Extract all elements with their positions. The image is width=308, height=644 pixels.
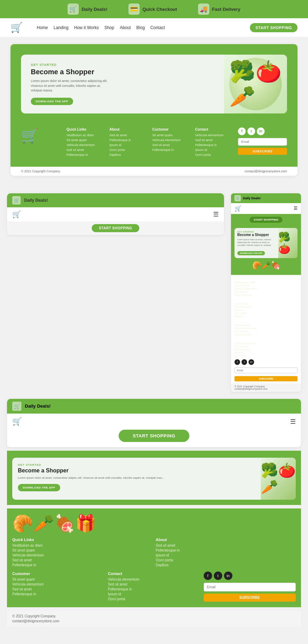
- mobile-download-btn[interactable]: DOWNLOAD THE APP: [18, 484, 60, 491]
- mobile-cta-button[interactable]: START SHOPPING: [119, 430, 189, 442]
- sm-social-row: f t in: [234, 359, 298, 365]
- sm-green-section: GET STARTED Become a Shopper Lorem ipsum…: [231, 224, 301, 275]
- mobile-hero-card: GET STARTED Become a Shopper Lorem ipsum…: [12, 458, 296, 500]
- sm-cu-4: Pellentesque in: [234, 333, 298, 336]
- sm-copyright: © 2021 Copyright Company. contact@divigr…: [231, 383, 301, 392]
- sm-cu-1: Sit amet quam: [234, 324, 298, 326]
- sm-linkedin-icon[interactable]: in: [248, 359, 254, 365]
- nav-cta-button[interactable]: START SHOPPING: [250, 23, 298, 32]
- m-co-5: Oorci porta: [108, 597, 200, 601]
- linkedin-icon[interactable]: in: [257, 127, 265, 135]
- delivery-label: Fast Delivery: [212, 7, 240, 12]
- tablet-cta-button[interactable]: START SHOPPING: [92, 224, 139, 232]
- desktop-contact-email: contact@divigrocerystore.com: [245, 169, 287, 173]
- co-3: Pellentesque in: [195, 143, 235, 147]
- m-cu-3: Sed sit amet: [12, 587, 104, 591]
- sm-hamburger-icon[interactable]: ☰: [294, 206, 298, 211]
- checkout-label: Quick Checkout: [142, 7, 177, 12]
- sm-cta-button[interactable]: START SHOPPING: [250, 217, 283, 223]
- sm-ql-2: Sit amet quam: [234, 284, 298, 287]
- desktop-download-btn[interactable]: DOWNLOAD THE APP: [31, 98, 73, 105]
- cu-3: Sed sit amet: [152, 143, 192, 147]
- m-ab-4: Oorci porta: [156, 558, 296, 562]
- mobile-twitter-icon[interactable]: t: [214, 572, 222, 580]
- top-bar: 🛒 Daily Deals! 💳 Quick Checkout 🚚 Fast D…: [0, 0, 308, 18]
- ab-3: Ipsum id: [110, 143, 149, 147]
- m-cu-1: Sit amet quam: [12, 577, 104, 581]
- nav-links: Home Landing How it Works Shop About Blo…: [37, 25, 243, 30]
- nav-home[interactable]: Home: [37, 25, 48, 30]
- mobile-linkedin-icon[interactable]: in: [224, 572, 232, 580]
- sm-twitter-icon[interactable]: t: [241, 359, 247, 365]
- sm-email-input[interactable]: [234, 367, 298, 373]
- tablet-hamburger-icon[interactable]: ☰: [213, 210, 219, 218]
- mobile-footer-bottom-row: Customer Sit amet quam Vehicula elementu…: [12, 572, 296, 602]
- views-row: 🛒 Daily Deals! 🛒 ☰ START SHOPPING 🛒 Dail…: [7, 193, 301, 392]
- sm-ql-4: Sed sit amet: [234, 291, 298, 293]
- delivery-icon: 🚚: [198, 4, 209, 15]
- tablet-view: 🛒 Daily Deals! 🛒 ☰ START SHOPPING: [7, 193, 224, 235]
- desktop-email-input[interactable]: [238, 138, 287, 146]
- customer-title: Customer: [152, 127, 192, 131]
- desktop-hero-desc: Lorem ipsum dolor sit amet, consectetur …: [31, 79, 108, 93]
- deals-label: Daily Deals!: [82, 7, 107, 12]
- mobile-logo-icon: 🛒: [12, 417, 22, 426]
- top-bar-deals: 🛒 Daily Deals!: [68, 4, 107, 15]
- sm-customer-title: Customer: [234, 320, 298, 323]
- tablet-nav: 🛒 ☰: [7, 207, 224, 221]
- mobile-footer-grid: Quick Links Vestibulum ac diam Sit amet …: [12, 538, 296, 568]
- mobile-hamburger-icon[interactable]: ☰: [290, 418, 296, 425]
- desktop-subscribe-btn[interactable]: SUBSCRIBE: [238, 148, 287, 155]
- desktop-hero-title: Become a Shopper: [31, 68, 216, 76]
- twitter-icon[interactable]: t: [247, 127, 255, 135]
- mobile-hero-tag: GET STARTED: [18, 463, 255, 466]
- tablet-deals-icon: 🛒: [12, 196, 21, 205]
- tablet-logo: 🛒: [12, 210, 21, 219]
- sm-about-title: About: [234, 298, 298, 302]
- desktop-hero-text: GET STARTED Become a Shopper Lorem ipsum…: [21, 55, 224, 113]
- desktop-full-view: GET STARTED Become a Shopper Lorem ipsum…: [10, 44, 298, 176]
- nav-how[interactable]: How it Works: [74, 25, 99, 30]
- facebook-icon[interactable]: f: [238, 127, 246, 135]
- sm-co-3: Pellentesque in: [234, 348, 298, 351]
- sm-download-btn[interactable]: DOWNLOAD THE APP: [237, 251, 265, 255]
- m-cu-4: Pellentesque in: [12, 592, 104, 596]
- tablet-top-bar: 🛒 Daily Deals!: [7, 193, 224, 207]
- mobile-cta-area: START SHOPPING: [7, 430, 301, 447]
- mobile-subscribe-btn[interactable]: SUBSCRIBE: [204, 594, 296, 602]
- sm-copyright-email: contact@divigrocerystore.com: [234, 388, 298, 390]
- m-co-3: Pellentesque in: [108, 587, 200, 591]
- sm-copyright-text: © 2021 Copyright Company.: [234, 385, 298, 388]
- nav-shop[interactable]: Shop: [104, 25, 114, 30]
- nav-landing[interactable]: Landing: [54, 25, 69, 30]
- sm-subscribe-btn[interactable]: SUBSCRIBE: [234, 376, 298, 381]
- sm-facebook-icon[interactable]: f: [234, 359, 240, 365]
- about-title: About: [110, 127, 149, 131]
- tablet-cta-bar: START SHOPPING: [7, 221, 224, 235]
- sm-ab-4: Oorci porta: [234, 312, 298, 314]
- top-bar-checkout: 💳 Quick Checkout: [128, 4, 177, 15]
- mobile-email-input[interactable]: [204, 583, 296, 591]
- sm-co-4: Ipsum id: [234, 352, 298, 354]
- m-ql-1: Vestibulum ac diam: [12, 543, 152, 547]
- nav-contact[interactable]: Contact: [150, 25, 165, 30]
- footer-col-quicklinks: Quick Links Vestibulum ac diam Sit amet …: [66, 127, 106, 158]
- sm-ql-1: Vestibulum ac diam: [234, 281, 298, 284]
- nav-logo: 🛒: [10, 22, 23, 33]
- m-ab-1: Sed sit amet: [156, 543, 296, 547]
- desktop-footer-bottom: © 2021 Copyright Company. contact@divigr…: [10, 167, 298, 176]
- ab-5: Dapibus: [110, 153, 149, 157]
- nav-blog[interactable]: Blog: [136, 25, 145, 30]
- mobile-green-footer-card: GET STARTED Become a Shopper Lorem ipsum…: [7, 451, 301, 626]
- footer-col-about: About Sed sit amet Pellentesque in Ipsum…: [110, 127, 149, 158]
- mobile-footer-customer: Customer Sit amet quam Vehicula elementu…: [12, 572, 104, 597]
- sm-hero-image: 🥦🍅: [278, 228, 298, 258]
- logo-icon: 🛒: [10, 22, 23, 33]
- sm-ql-title: Quick Links: [234, 277, 298, 280]
- ql-1: Vestibulum ac diam: [66, 133, 106, 137]
- ql-5: Pellentesque in: [66, 153, 106, 157]
- ql-3: Vehicula elementum: [66, 143, 106, 147]
- nav-about[interactable]: About: [120, 25, 131, 30]
- mobile-facebook-icon[interactable]: f: [204, 572, 212, 580]
- co-2: Sed sit amet: [195, 138, 235, 142]
